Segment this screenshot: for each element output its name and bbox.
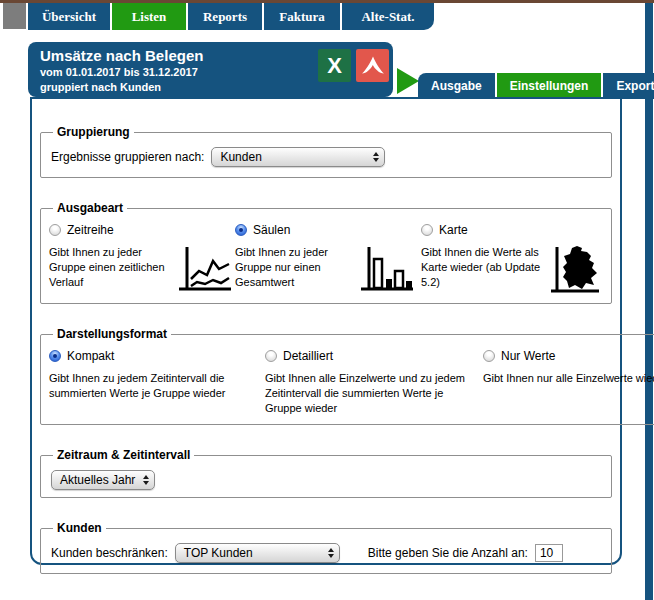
legend-zeitraum: Zeitraum & Zeitintervall [53,448,194,462]
fieldset-zeitraum: Zeitraum & Zeitintervall Aktuelles Jahr [40,448,612,498]
gruppierung-select-value: Kunden [220,150,261,164]
detailliert-description: Gibt Ihnen alle Einzelwerte und zu jedem… [265,371,470,416]
main-navigation: Übersicht Listen Reports Faktura Alte-St… [28,3,434,30]
nur-werte-radio[interactable] [483,350,495,362]
pdf-export-icon[interactable] [356,49,389,82]
zeitreihe-radio-label[interactable]: Zeitreihe [67,223,114,237]
top-border-line [0,0,654,3]
saeulen-radio[interactable] [235,224,247,236]
report-date-range: vom 01.01.2017 bis 31.12.2017 [40,65,203,80]
select-stepper-icon [143,475,149,485]
line-chart-icon [177,245,233,295]
saeulen-radio-label[interactable]: Säulen [253,223,290,237]
anzahl-input[interactable] [535,544,563,562]
select-stepper-icon [328,548,334,558]
option-kompakt: Kompakt Gibt Ihnen zu jedem Zeitinterval… [49,346,265,416]
run-play-icon[interactable] [397,68,419,94]
option-karte: Karte Gibt Ihnen die Werte als Karte wie… [421,220,603,295]
option-saeulen: Säulen Gibt Ihnen zu jeder Gruppe nur ei… [235,220,421,295]
anzahl-label: Bitte geben Sie die Anzahl an: [368,546,528,560]
view-tabs: Ausgabe Einstellungen Export [418,73,654,99]
tab-einstellungen[interactable]: Einstellungen [497,73,604,99]
karte-description: Gibt Ihnen die Werte als Karte wieder (a… [421,245,543,290]
gruppierung-select[interactable]: Kunden [211,147,385,167]
zeitreihe-radio[interactable] [49,224,61,236]
nur-werte-description: Gibt Ihnen nur alle Einzelwerte wieder [483,371,654,386]
detailliert-radio-label[interactable]: Detailliert [283,349,333,363]
excel-export-icon[interactable]: X [318,49,351,82]
option-nur-werte: Nur Werte Gibt Ihnen nur alle Einzelwert… [483,346,654,416]
report-grouping: gruppiert nach Kunden [40,80,203,95]
report-title: Umsätze nach Belegen [40,47,203,65]
report-header: Umsätze nach Belegen vom 01.01.2017 bis … [28,42,393,97]
tab-ausgabe[interactable]: Ausgabe [418,73,497,99]
nav-tab-uebersicht[interactable]: Übersicht [28,3,112,30]
fieldset-gruppierung: Gruppierung Ergebnisse gruppieren nach: … [40,125,612,178]
kompakt-description: Gibt Ihnen zu jedem Zeitintervall die su… [49,371,249,401]
saeulen-description: Gibt Ihnen zu jeder Gruppe nur einen Ges… [235,245,353,290]
adobe-a-glyph [359,52,387,80]
germany-map-icon [549,245,601,295]
legend-kunden: Kunden [53,521,106,535]
fieldset-kunden: Kunden Kunden beschränken: TOP Kunden Bi… [40,521,612,574]
tab-export[interactable]: Export [603,73,654,99]
kunden-beschraenken-select[interactable]: TOP Kunden [175,543,340,563]
kunden-beschraenken-label: Kunden beschränken: [51,546,168,560]
settings-panel: Gruppierung Ergebnisse gruppieren nach: … [30,97,622,565]
nav-tab-alte-stat[interactable]: Alte-Stat. [342,3,434,30]
bar-chart-icon [359,245,415,295]
detailliert-radio[interactable] [265,350,277,362]
select-stepper-icon [373,152,379,162]
kompakt-radio-label[interactable]: Kompakt [67,349,114,363]
option-detailliert: Detailliert Gibt Ihnen alle Einzelwerte … [265,346,483,416]
zeitraum-select-value: Aktuelles Jahr [60,473,135,487]
karte-radio-label[interactable]: Karte [439,223,468,237]
nav-tab-reports[interactable]: Reports [188,3,264,30]
fieldset-darstellungsformat: Darstellungsformat Kompakt Gibt Ihnen zu… [40,327,654,425]
legend-ausgabeart: Ausgabeart [53,201,127,215]
nur-werte-radio-label[interactable]: Nur Werte [501,349,555,363]
karte-radio[interactable] [421,224,433,236]
nav-tab-listen[interactable]: Listen [112,3,188,30]
report-header-text: Umsätze nach Belegen vom 01.01.2017 bis … [40,47,203,95]
option-zeitreihe: Zeitreihe Gibt Ihnen zu jeder Gruppe ein… [49,220,235,295]
kunden-select-value: TOP Kunden [184,546,253,560]
legend-darstellungsformat: Darstellungsformat [53,327,171,341]
app-screen: Übersicht Listen Reports Faktura Alte-St… [0,0,654,600]
legend-gruppierung: Gruppierung [53,125,134,139]
gruppierung-label: Ergebnisse gruppieren nach: [51,150,204,164]
zeitraum-select[interactable]: Aktuelles Jahr [51,470,155,490]
zeitreihe-description: Gibt Ihnen zu jeder Gruppe einen zeitlic… [49,245,171,290]
nav-tab-faktura[interactable]: Faktura [264,3,342,30]
fieldset-ausgabeart: Ausgabeart Zeitreihe Gibt Ihnen zu jeder… [40,201,612,304]
corner-gray-square [3,3,26,29]
kompakt-radio[interactable] [49,350,61,362]
